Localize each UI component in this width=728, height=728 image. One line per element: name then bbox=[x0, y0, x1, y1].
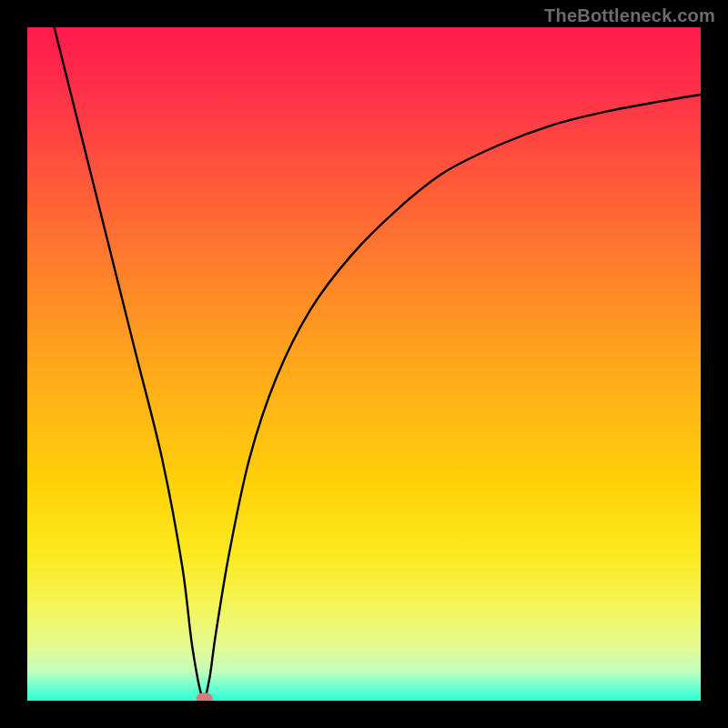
chart-plot-area bbox=[27, 27, 701, 701]
watermark-text: TheBottleneck.com bbox=[544, 5, 715, 26]
bottleneck-curve bbox=[55, 27, 701, 699]
chart-svg bbox=[27, 27, 701, 701]
chart-marker bbox=[197, 693, 213, 701]
